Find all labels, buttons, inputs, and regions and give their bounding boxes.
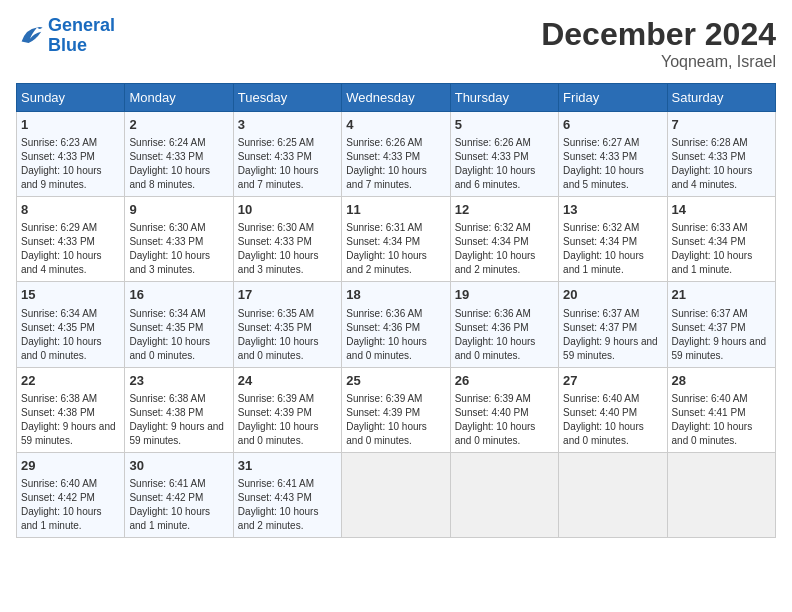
day-number: 5 bbox=[455, 116, 554, 134]
day-cell: 20Sunrise: 6:37 AMSunset: 4:37 PMDayligh… bbox=[559, 282, 667, 367]
day-cell: 16Sunrise: 6:34 AMSunset: 4:35 PMDayligh… bbox=[125, 282, 233, 367]
day-cell: 11Sunrise: 6:31 AMSunset: 4:34 PMDayligh… bbox=[342, 197, 450, 282]
day-cell bbox=[559, 452, 667, 537]
day-info: Sunrise: 6:26 AMSunset: 4:33 PMDaylight:… bbox=[346, 136, 445, 192]
week-row-4: 22Sunrise: 6:38 AMSunset: 4:38 PMDayligh… bbox=[17, 367, 776, 452]
day-number: 27 bbox=[563, 372, 662, 390]
calendar-table: SundayMondayTuesdayWednesdayThursdayFrid… bbox=[16, 83, 776, 538]
day-number: 1 bbox=[21, 116, 120, 134]
day-info: Sunrise: 6:30 AMSunset: 4:33 PMDaylight:… bbox=[238, 221, 337, 277]
day-info: Sunrise: 6:40 AMSunset: 4:42 PMDaylight:… bbox=[21, 477, 120, 533]
day-info: Sunrise: 6:41 AMSunset: 4:43 PMDaylight:… bbox=[238, 477, 337, 533]
day-cell: 2Sunrise: 6:24 AMSunset: 4:33 PMDaylight… bbox=[125, 112, 233, 197]
day-cell: 5Sunrise: 6:26 AMSunset: 4:33 PMDaylight… bbox=[450, 112, 558, 197]
day-cell: 10Sunrise: 6:30 AMSunset: 4:33 PMDayligh… bbox=[233, 197, 341, 282]
weekday-header-wednesday: Wednesday bbox=[342, 84, 450, 112]
day-number: 20 bbox=[563, 286, 662, 304]
day-info: Sunrise: 6:32 AMSunset: 4:34 PMDaylight:… bbox=[563, 221, 662, 277]
day-info: Sunrise: 6:34 AMSunset: 4:35 PMDaylight:… bbox=[129, 307, 228, 363]
day-cell: 6Sunrise: 6:27 AMSunset: 4:33 PMDaylight… bbox=[559, 112, 667, 197]
week-row-3: 15Sunrise: 6:34 AMSunset: 4:35 PMDayligh… bbox=[17, 282, 776, 367]
day-cell: 17Sunrise: 6:35 AMSunset: 4:35 PMDayligh… bbox=[233, 282, 341, 367]
title-block: December 2024 Yoqneam, Israel bbox=[541, 16, 776, 71]
day-cell: 3Sunrise: 6:25 AMSunset: 4:33 PMDaylight… bbox=[233, 112, 341, 197]
day-number: 10 bbox=[238, 201, 337, 219]
week-row-5: 29Sunrise: 6:40 AMSunset: 4:42 PMDayligh… bbox=[17, 452, 776, 537]
weekday-header-sunday: Sunday bbox=[17, 84, 125, 112]
month-title: December 2024 bbox=[541, 16, 776, 53]
week-row-2: 8Sunrise: 6:29 AMSunset: 4:33 PMDaylight… bbox=[17, 197, 776, 282]
weekday-header-row: SundayMondayTuesdayWednesdayThursdayFrid… bbox=[17, 84, 776, 112]
day-cell: 15Sunrise: 6:34 AMSunset: 4:35 PMDayligh… bbox=[17, 282, 125, 367]
day-info: Sunrise: 6:39 AMSunset: 4:39 PMDaylight:… bbox=[238, 392, 337, 448]
day-cell: 9Sunrise: 6:30 AMSunset: 4:33 PMDaylight… bbox=[125, 197, 233, 282]
day-cell: 24Sunrise: 6:39 AMSunset: 4:39 PMDayligh… bbox=[233, 367, 341, 452]
day-number: 23 bbox=[129, 372, 228, 390]
day-info: Sunrise: 6:23 AMSunset: 4:33 PMDaylight:… bbox=[21, 136, 120, 192]
day-cell: 19Sunrise: 6:36 AMSunset: 4:36 PMDayligh… bbox=[450, 282, 558, 367]
day-info: Sunrise: 6:26 AMSunset: 4:33 PMDaylight:… bbox=[455, 136, 554, 192]
day-number: 7 bbox=[672, 116, 771, 134]
day-cell: 12Sunrise: 6:32 AMSunset: 4:34 PMDayligh… bbox=[450, 197, 558, 282]
day-number: 12 bbox=[455, 201, 554, 219]
day-cell: 13Sunrise: 6:32 AMSunset: 4:34 PMDayligh… bbox=[559, 197, 667, 282]
day-number: 17 bbox=[238, 286, 337, 304]
logo-text: General Blue bbox=[48, 16, 115, 56]
location: Yoqneam, Israel bbox=[541, 53, 776, 71]
day-cell bbox=[667, 452, 775, 537]
day-info: Sunrise: 6:31 AMSunset: 4:34 PMDaylight:… bbox=[346, 221, 445, 277]
day-info: Sunrise: 6:25 AMSunset: 4:33 PMDaylight:… bbox=[238, 136, 337, 192]
logo-line1: General bbox=[48, 15, 115, 35]
day-number: 30 bbox=[129, 457, 228, 475]
weekday-header-tuesday: Tuesday bbox=[233, 84, 341, 112]
week-row-1: 1Sunrise: 6:23 AMSunset: 4:33 PMDaylight… bbox=[17, 112, 776, 197]
day-number: 28 bbox=[672, 372, 771, 390]
day-cell: 30Sunrise: 6:41 AMSunset: 4:42 PMDayligh… bbox=[125, 452, 233, 537]
day-number: 26 bbox=[455, 372, 554, 390]
day-number: 2 bbox=[129, 116, 228, 134]
day-info: Sunrise: 6:30 AMSunset: 4:33 PMDaylight:… bbox=[129, 221, 228, 277]
day-info: Sunrise: 6:32 AMSunset: 4:34 PMDaylight:… bbox=[455, 221, 554, 277]
day-number: 19 bbox=[455, 286, 554, 304]
logo: General Blue bbox=[16, 16, 115, 56]
day-number: 21 bbox=[672, 286, 771, 304]
day-cell: 28Sunrise: 6:40 AMSunset: 4:41 PMDayligh… bbox=[667, 367, 775, 452]
day-cell: 18Sunrise: 6:36 AMSunset: 4:36 PMDayligh… bbox=[342, 282, 450, 367]
day-number: 3 bbox=[238, 116, 337, 134]
day-cell: 22Sunrise: 6:38 AMSunset: 4:38 PMDayligh… bbox=[17, 367, 125, 452]
day-cell: 1Sunrise: 6:23 AMSunset: 4:33 PMDaylight… bbox=[17, 112, 125, 197]
day-cell: 25Sunrise: 6:39 AMSunset: 4:39 PMDayligh… bbox=[342, 367, 450, 452]
day-number: 11 bbox=[346, 201, 445, 219]
day-number: 16 bbox=[129, 286, 228, 304]
logo-line2: Blue bbox=[48, 35, 87, 55]
day-info: Sunrise: 6:39 AMSunset: 4:39 PMDaylight:… bbox=[346, 392, 445, 448]
day-info: Sunrise: 6:38 AMSunset: 4:38 PMDaylight:… bbox=[21, 392, 120, 448]
day-info: Sunrise: 6:36 AMSunset: 4:36 PMDaylight:… bbox=[346, 307, 445, 363]
weekday-header-thursday: Thursday bbox=[450, 84, 558, 112]
day-number: 31 bbox=[238, 457, 337, 475]
day-number: 22 bbox=[21, 372, 120, 390]
day-number: 14 bbox=[672, 201, 771, 219]
day-info: Sunrise: 6:38 AMSunset: 4:38 PMDaylight:… bbox=[129, 392, 228, 448]
day-cell: 8Sunrise: 6:29 AMSunset: 4:33 PMDaylight… bbox=[17, 197, 125, 282]
day-info: Sunrise: 6:37 AMSunset: 4:37 PMDaylight:… bbox=[563, 307, 662, 363]
weekday-header-monday: Monday bbox=[125, 84, 233, 112]
day-cell: 7Sunrise: 6:28 AMSunset: 4:33 PMDaylight… bbox=[667, 112, 775, 197]
day-number: 29 bbox=[21, 457, 120, 475]
day-number: 6 bbox=[563, 116, 662, 134]
day-number: 13 bbox=[563, 201, 662, 219]
day-info: Sunrise: 6:37 AMSunset: 4:37 PMDaylight:… bbox=[672, 307, 771, 363]
day-cell: 21Sunrise: 6:37 AMSunset: 4:37 PMDayligh… bbox=[667, 282, 775, 367]
day-info: Sunrise: 6:27 AMSunset: 4:33 PMDaylight:… bbox=[563, 136, 662, 192]
day-info: Sunrise: 6:24 AMSunset: 4:33 PMDaylight:… bbox=[129, 136, 228, 192]
day-info: Sunrise: 6:41 AMSunset: 4:42 PMDaylight:… bbox=[129, 477, 228, 533]
day-cell: 23Sunrise: 6:38 AMSunset: 4:38 PMDayligh… bbox=[125, 367, 233, 452]
weekday-header-friday: Friday bbox=[559, 84, 667, 112]
day-info: Sunrise: 6:35 AMSunset: 4:35 PMDaylight:… bbox=[238, 307, 337, 363]
day-cell: 27Sunrise: 6:40 AMSunset: 4:40 PMDayligh… bbox=[559, 367, 667, 452]
page-header: General Blue December 2024 Yoqneam, Isra… bbox=[16, 16, 776, 71]
day-cell bbox=[342, 452, 450, 537]
day-cell: 4Sunrise: 6:26 AMSunset: 4:33 PMDaylight… bbox=[342, 112, 450, 197]
day-cell: 31Sunrise: 6:41 AMSunset: 4:43 PMDayligh… bbox=[233, 452, 341, 537]
day-number: 15 bbox=[21, 286, 120, 304]
